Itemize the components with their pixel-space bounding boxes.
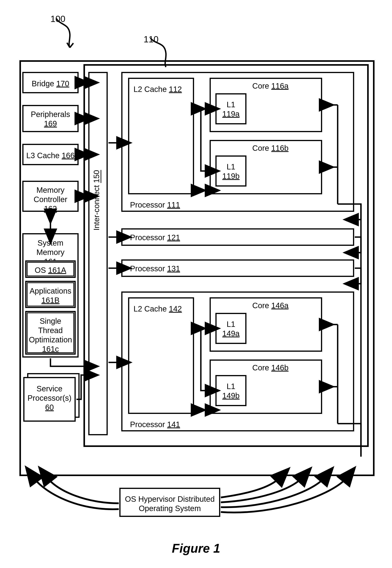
apps-ref: 161B — [41, 296, 59, 304]
apps-inner: Applications 161B — [27, 282, 74, 306]
l1-149a-ref: 149a — [222, 329, 240, 338]
l1-149b-box: L1 149b — [215, 375, 246, 406]
hypervisor-label: OS Hypervisor Distributed Operating Syst… — [121, 489, 219, 513]
l1-149a-label: L1 — [227, 320, 235, 329]
bridge-box: Bridge 170 — [22, 72, 79, 93]
l2cache-112-box — [128, 78, 194, 194]
bridge-ref: 170 — [56, 79, 69, 88]
os-inner: OS 161A — [27, 262, 74, 276]
processor-131-label: Processor 131 — [130, 264, 180, 273]
l1-119b-label: L1 — [227, 163, 235, 171]
l1-119a-ref: 119a — [222, 110, 240, 118]
l1-149b-label: L1 — [227, 382, 235, 390]
interconnect-label-wrap: Inter-connect 150 — [92, 169, 104, 231]
core-116b-label: Core 116b — [252, 143, 289, 153]
interconnect-ref: 150 — [92, 170, 101, 183]
ref-110-label: 110 — [144, 34, 159, 45]
svcproc-label: Service Processor(s) — [28, 384, 72, 402]
core-146a-label: Core 146a — [252, 301, 289, 310]
svcproc-ref: 60 — [45, 403, 54, 412]
l2cache-112-label: L2 Cache 112 — [134, 85, 182, 94]
l3cache-label: L3 Cache — [26, 151, 61, 160]
l1-119b-ref: 119b — [222, 172, 240, 180]
l2cache-142-box — [128, 297, 194, 414]
processor-121-label: Processor 121 — [130, 233, 180, 242]
l1-119a-box: L1 119a — [215, 93, 246, 124]
apps-label: Applications — [29, 287, 71, 295]
memctrl-box: Memory Controller 162 — [22, 181, 79, 212]
interconnect-box — [88, 72, 108, 435]
sto-label: Single Thread Optimization — [29, 317, 72, 344]
memctrl-ref: 162 — [44, 204, 57, 213]
memctrl-label: Memory Controller — [34, 186, 67, 204]
bridge-label: Bridge — [32, 79, 56, 88]
peripherals-box: Peripherals 169 — [22, 105, 79, 132]
l3cache-box: L3 Cache 166 — [22, 144, 79, 165]
l1-119a-label: L1 — [227, 100, 235, 109]
ref-100-label: 100 — [50, 14, 65, 24]
core-116a-label: Core 116a — [252, 81, 289, 90]
interconnect-label: Inter-connect — [92, 183, 101, 230]
processor-111-label: Processor 111 — [130, 200, 180, 209]
os-label: OS — [35, 266, 48, 274]
l1-149b-ref: 149b — [222, 391, 240, 400]
core-146b-label: Core 146b — [252, 363, 289, 372]
hypervisor-box: OS Hypervisor Distributed Operating Syst… — [119, 488, 220, 517]
peripherals-label: Peripherals — [31, 110, 70, 119]
peripherals-ref: 169 — [44, 119, 57, 128]
l1-149a-box: L1 149a — [215, 313, 246, 344]
figure-caption: Figure 1 — [0, 541, 392, 555]
sto-ref: 161c — [42, 345, 59, 353]
os-ref: 161A — [48, 266, 66, 274]
svcproc-box: Service Processor(s) 60 — [23, 377, 76, 422]
processor-141-label: Processor 141 — [130, 420, 180, 429]
sysmem-label: System Memory — [37, 239, 64, 256]
l2cache-142-label: L2 Cache 142 — [134, 304, 182, 314]
sto-inner: Single Thread Optimization 161c — [27, 313, 74, 353]
l1-119b-box: L1 119b — [215, 155, 246, 187]
l3cache-ref: 166 — [62, 151, 75, 160]
